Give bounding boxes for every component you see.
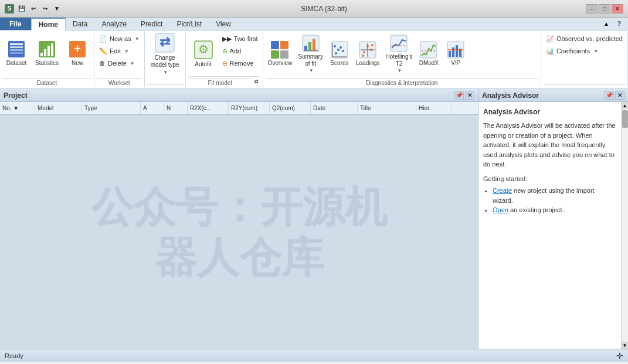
title-bar-left: S 💾 ↩ ↪ ▼: [5, 4, 62, 14]
advisor-create-item: Create new project using the import wiza…: [493, 186, 616, 205]
change-model-group-content: ⇄ Changemodel type ▼: [147, 33, 183, 83]
hotellings-label: Hotelling'sT2: [386, 53, 413, 67]
create-link[interactable]: Create: [493, 187, 512, 194]
scores-label: Scores: [330, 60, 348, 67]
change-model-group-label: [147, 84, 183, 86]
svg-rect-16: [271, 41, 279, 49]
dataset-button[interactable]: Dataset: [2, 33, 30, 74]
menu-data[interactable]: Data: [66, 18, 94, 30]
col-hier[interactable]: Hier...: [416, 102, 452, 114]
advisor-close[interactable]: ✕: [615, 91, 624, 100]
svg-rect-9: [51, 43, 53, 56]
statistics-button[interactable]: Statistics: [32, 33, 62, 74]
delete-label: Delete: [108, 60, 127, 67]
col-no[interactable]: No. ▼: [0, 102, 35, 114]
two-first-button[interactable]: ▶▶ Two first: [220, 33, 260, 45]
overview-button[interactable]: Overview: [266, 33, 295, 74]
delete-icon: 🗑: [99, 60, 106, 67]
scores-icon: [330, 40, 349, 59]
remove-label: Remove: [230, 60, 254, 67]
ribbon-group-dataset: Dataset Statistics: [0, 32, 94, 87]
undo-icon[interactable]: ↩: [28, 4, 39, 14]
project-empty-area: 公众号：开源机器人仓库: [0, 115, 478, 349]
menu-file[interactable]: File: [0, 18, 31, 30]
advisor-heading: Analysis Advisor: [483, 107, 616, 117]
redo-icon[interactable]: ↪: [40, 4, 50, 14]
loadings-label: Loadings: [356, 60, 380, 67]
observed-vs-predicted-button[interactable]: 📈 Observed vs. predicted: [544, 33, 625, 45]
advisor-title-controls[interactable]: 📌 ✕: [605, 91, 624, 100]
scores-button[interactable]: Scores: [327, 33, 352, 74]
dataset-icon: [7, 40, 26, 59]
restore-button[interactable]: □: [599, 4, 610, 13]
col-date[interactable]: Date: [311, 102, 358, 114]
advisor-title-bar: Analysis Advisor 📌 ✕: [478, 89, 628, 102]
svg-rect-1: [10, 43, 23, 45]
svg-point-29: [342, 50, 344, 52]
autofit-label: Autofit: [195, 61, 211, 67]
observed-icon: 📈: [546, 35, 554, 43]
svg-rect-41: [391, 35, 407, 52]
edit-icon: ✏️: [99, 47, 107, 55]
scroll-thumb[interactable]: [622, 110, 628, 128]
menu-home[interactable]: Home: [31, 18, 66, 30]
diagnostics-group-label: Diagnostics & interpretation: [266, 78, 538, 86]
menu-predict[interactable]: Predict: [134, 18, 169, 30]
minimize-button[interactable]: ─: [586, 4, 598, 13]
watermark: 公众号：开源机器人仓库: [91, 181, 387, 283]
remove-button[interactable]: ⊖ Remove: [220, 57, 260, 69]
col-r2x[interactable]: R2X(c...: [188, 102, 229, 114]
col-a[interactable]: A: [141, 102, 164, 114]
new-button[interactable]: + New: [63, 33, 91, 74]
col-r2y[interactable]: R2Y(cum): [229, 102, 270, 114]
col-q2[interactable]: Q2(cum): [270, 102, 311, 114]
col-title[interactable]: Title: [358, 102, 416, 114]
ribbon: Dataset Statistics: [0, 30, 628, 89]
col-type[interactable]: Type: [82, 102, 141, 114]
help-icon[interactable]: ?: [614, 19, 624, 29]
hotellings-t2-button[interactable]: Hotelling'sT2 ▼: [383, 33, 415, 74]
dmodx-button[interactable]: DModX: [416, 33, 442, 74]
advisor-scrollbar[interactable]: ▲ ▼: [621, 102, 628, 349]
project-panel-close[interactable]: ✕: [465, 91, 474, 100]
autofit-button[interactable]: ⚙ Autofit: [188, 33, 219, 74]
statistics-label: Statistics: [35, 60, 59, 67]
ribbon-toggle-icon[interactable]: ▲: [601, 19, 612, 29]
scroll-down-button[interactable]: ▼: [622, 342, 629, 349]
change-model-type-button[interactable]: ⇄ Changemodel type ▼: [147, 33, 183, 74]
svg-rect-17: [280, 41, 288, 49]
svg-rect-2: [10, 46, 23, 48]
summary-of-fit-button[interactable]: Summaryof fit ▼: [296, 33, 325, 74]
coefficients-button[interactable]: 📊 Coefficients ▼: [544, 45, 625, 57]
svg-point-28: [340, 46, 342, 49]
project-panel-pin[interactable]: 📌: [454, 91, 464, 100]
edit-label: Edit: [110, 47, 121, 55]
new-as-button[interactable]: 📄 New as ▼: [97, 33, 142, 45]
overview-icon: [270, 40, 289, 59]
menu-analyze[interactable]: Analyze: [94, 18, 134, 30]
advisor-pin[interactable]: 📌: [605, 91, 614, 100]
col-n[interactable]: N: [164, 102, 188, 114]
project-panel-controls[interactable]: 📌 ✕: [454, 91, 474, 100]
window-controls[interactable]: ─ □ ✕: [586, 4, 623, 13]
quick-access-toolbar: 💾 ↩ ↪ ▼: [16, 4, 62, 14]
scroll-up-button[interactable]: ▲: [622, 102, 629, 109]
menu-plotlist[interactable]: Plot/List: [169, 18, 209, 30]
svg-rect-19: [280, 50, 288, 59]
ribbon-group-workset: 📄 New as ▼ ✏️ Edit ▼ 🗑 Delete ▼ Workset: [94, 32, 145, 87]
dropdown-icon[interactable]: ▼: [52, 4, 62, 14]
fit-model-expand-icon[interactable]: ⧉: [252, 77, 260, 86]
workset-group-label: Workset: [97, 78, 142, 86]
svg-rect-46: [449, 51, 451, 57]
open-link[interactable]: Open: [493, 206, 508, 213]
col-model[interactable]: Model: [35, 102, 82, 114]
add-button[interactable]: ⊕ Add: [220, 45, 260, 57]
save-icon[interactable]: 💾: [16, 4, 27, 14]
delete-button[interactable]: 🗑 Delete ▼: [97, 57, 142, 69]
close-button[interactable]: ✕: [612, 4, 623, 13]
menu-view[interactable]: View: [209, 18, 238, 30]
loadings-button[interactable]: Loadings: [354, 33, 382, 74]
svg-point-26: [335, 52, 337, 55]
edit-button[interactable]: ✏️ Edit ▼: [97, 45, 142, 57]
vip-button[interactable]: VIP: [443, 33, 469, 74]
